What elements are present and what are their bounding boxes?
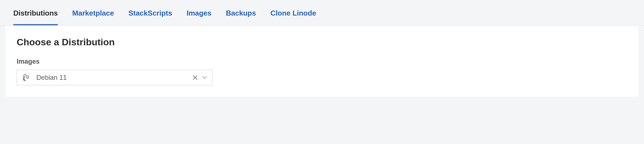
select-actions: [192, 74, 208, 81]
section-title: Choose a Distribution: [17, 37, 627, 48]
clear-selection-button[interactable]: [192, 75, 198, 81]
images-field: Images Debian 11: [17, 58, 627, 85]
tab-distributions[interactable]: Distributions: [13, 9, 58, 25]
images-field-label: Images: [17, 58, 627, 65]
images-select[interactable]: Debian 11: [17, 70, 212, 85]
tab-images[interactable]: Images: [187, 9, 212, 25]
tab-marketplace[interactable]: Marketplace: [72, 9, 114, 25]
tab-backups[interactable]: Backups: [226, 9, 256, 25]
content-panel: Choose a Distribution Images Debian 11: [6, 26, 638, 96]
tab-clone-linode[interactable]: Clone Linode: [270, 9, 316, 25]
images-select-value: Debian 11: [36, 74, 192, 81]
tabs-container: Distributions Marketplace StackScripts I…: [0, 0, 644, 26]
chevron-down-icon[interactable]: [201, 74, 208, 81]
debian-icon: [21, 73, 31, 83]
tab-stackscripts[interactable]: StackScripts: [129, 9, 172, 25]
